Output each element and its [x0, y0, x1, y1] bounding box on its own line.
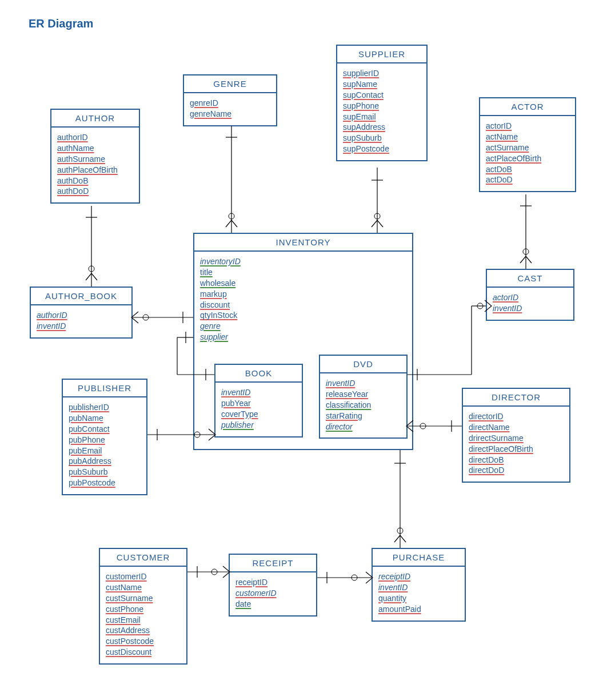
attr: directPlaceOfBirth — [469, 444, 564, 455]
attr: custEmail — [106, 615, 181, 626]
entity-customer: CUSTOMER customerID custName custSurname… — [99, 548, 187, 665]
entity-author: AUTHOR authorID authName authSurname aut… — [50, 109, 140, 204]
entity-author-book: AUTHOR_BOOK authorID inventID — [30, 287, 133, 339]
svg-point-34 — [397, 528, 403, 534]
entity-book-header: BOOK — [215, 365, 302, 383]
entity-customer-header: CUSTOMER — [100, 549, 186, 567]
attr: pubEmail — [69, 446, 141, 456]
attr: genreID — [190, 98, 270, 109]
attr: inventoryID — [200, 256, 406, 267]
attr: supEmail — [343, 112, 421, 122]
entity-actor: ACTOR actorID actName actSurname actPlac… — [479, 97, 576, 192]
attr: supSuburb — [343, 133, 421, 144]
attr: starRating — [326, 411, 401, 421]
attr: coverType — [221, 409, 296, 420]
svg-point-9 — [374, 213, 380, 219]
attr: inventID — [326, 378, 401, 389]
svg-point-3 — [89, 266, 94, 272]
attr: classification — [326, 400, 401, 411]
attr: genreName — [190, 109, 270, 120]
attr: title — [200, 267, 406, 278]
attr: authDoD — [57, 186, 133, 197]
svg-point-6 — [229, 213, 234, 219]
attr: inventID — [37, 321, 126, 332]
attr: custAddress — [106, 625, 181, 636]
entity-purchase-header: PURCHASE — [373, 549, 465, 567]
entity-publisher: PUBLISHER publisherID pubName pubContact… — [62, 379, 147, 495]
attr: markup — [200, 289, 406, 300]
attr: pubPhone — [69, 435, 141, 446]
entity-receipt-header: RECEIPT — [230, 555, 316, 572]
attr: supContact — [343, 90, 421, 101]
attr: authSurname — [57, 154, 133, 165]
attr: authPlaceOfBirth — [57, 165, 133, 176]
svg-point-37 — [211, 569, 217, 575]
attr: custSurname — [106, 593, 181, 604]
entity-author-book-header: AUTHOR_BOOK — [31, 288, 131, 305]
attr: discount — [200, 300, 406, 311]
attr: director — [326, 421, 401, 432]
attr: authorID — [37, 310, 126, 321]
attr: actSurname — [486, 142, 569, 153]
entity-dvd-header: DVD — [320, 356, 406, 373]
attr: actDoD — [486, 174, 569, 185]
attr: authName — [57, 143, 133, 154]
entity-director: DIRECTOR directorID directName drirectSu… — [462, 388, 570, 483]
entity-book: BOOK inventID pubYear coverType publishe… — [214, 364, 303, 438]
attr: supAddress — [343, 122, 421, 133]
attr: actName — [486, 132, 569, 142]
attr: amountPaid — [378, 604, 459, 615]
entity-receipt: RECEIPT receiptID customerID date — [229, 554, 317, 617]
attr: directorID — [469, 411, 564, 422]
attr: customerID — [106, 571, 181, 582]
entity-cast: CAST actorID inventID — [486, 269, 574, 321]
attr: pubPostcode — [69, 478, 141, 488]
attr: directDoB — [469, 455, 564, 466]
attr: date — [235, 599, 310, 610]
attr: supplierID — [343, 68, 421, 79]
attr: inventID — [221, 387, 296, 398]
entity-dvd: DVD inventID releaseYear classification … — [319, 355, 408, 439]
attr: genre — [200, 321, 406, 332]
attr: authorID — [57, 132, 133, 143]
attr: publisher — [221, 420, 296, 431]
entity-author-header: AUTHOR — [51, 110, 139, 128]
attr: quantity — [378, 593, 459, 604]
attr: drirectSurname — [469, 433, 564, 444]
attr: receiptID — [378, 571, 459, 582]
entity-supplier: SUPPLIER supplierID supName supContact s… — [336, 45, 428, 161]
attr: actorID — [493, 292, 568, 303]
svg-point-14 — [143, 315, 149, 320]
attr: qtyInStock — [200, 310, 406, 321]
entity-director-header: DIRECTOR — [463, 389, 569, 407]
attr: pubAddress — [69, 456, 141, 467]
attr: supName — [343, 79, 421, 90]
attr: custName — [106, 582, 181, 593]
attr: supplier — [200, 332, 406, 343]
attr: publisherID — [69, 402, 141, 413]
page-title: ER Diagram — [29, 17, 93, 30]
attr: custPhone — [106, 604, 181, 615]
attr: directName — [469, 422, 564, 433]
attr: custPostcode — [106, 636, 181, 647]
entity-actor-header: ACTOR — [480, 98, 575, 116]
svg-point-31 — [420, 423, 426, 429]
attr: actorID — [486, 121, 569, 132]
attr: pubYear — [221, 398, 296, 409]
attr: actDoB — [486, 164, 569, 175]
attr: authDoB — [57, 176, 133, 186]
attr: wholesale — [200, 278, 406, 289]
entity-supplier-header: SUPPLIER — [337, 46, 426, 63]
svg-point-12 — [523, 249, 529, 254]
svg-point-19 — [477, 303, 483, 309]
attr: releaseYear — [326, 389, 401, 400]
attr: directDoD — [469, 465, 564, 476]
entity-publisher-header: PUBLISHER — [63, 380, 146, 397]
attr: supPostcode — [343, 144, 421, 154]
attr: receiptID — [235, 577, 310, 588]
attr: pubName — [69, 413, 141, 424]
attr: customerID — [235, 588, 310, 599]
attr: pubContact — [69, 424, 141, 435]
entity-genre: GENRE genreID genreName — [183, 74, 277, 126]
entity-genre-header: GENRE — [184, 75, 276, 93]
